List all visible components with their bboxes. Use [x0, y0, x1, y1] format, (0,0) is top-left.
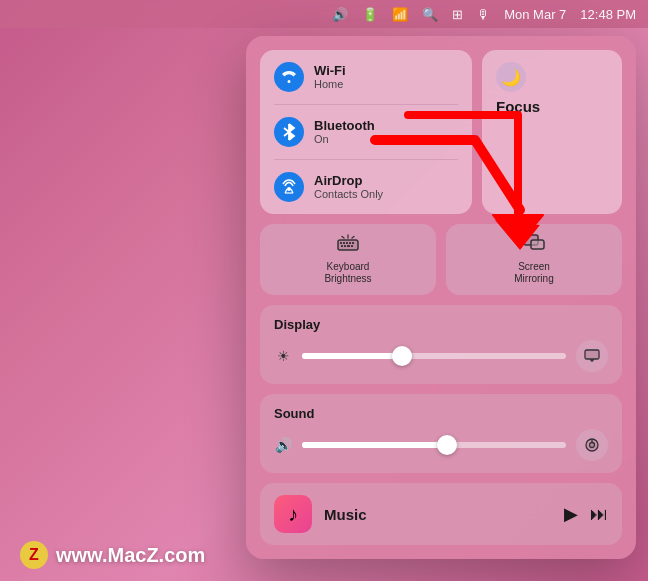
wifi-icon[interactable]: 📶 [392, 7, 408, 22]
volume-fill [302, 442, 447, 448]
volume-slider[interactable] [302, 435, 566, 455]
music-app-icon: ♪ [274, 495, 312, 533]
music-label: Music [324, 506, 552, 523]
svg-line-19 [352, 237, 354, 239]
airdrop-circle-icon [274, 172, 304, 202]
airdrop-status: Contacts Only [314, 188, 383, 201]
brightness-thumb[interactable] [392, 346, 412, 366]
brightness-icon: ☀ [274, 348, 292, 364]
display-title: Display [274, 317, 608, 332]
volume-thumb[interactable] [437, 435, 457, 455]
watermark-url: www.MacZ.com [56, 544, 205, 567]
screen-mirroring-icon [523, 234, 545, 257]
airdrop-name: AirDrop [314, 173, 383, 189]
airdrop-text: AirDrop Contacts Only [314, 173, 383, 202]
top-row: Wi-Fi Home Bluetooth [260, 50, 622, 214]
svg-rect-11 [349, 242, 351, 244]
divider-2 [274, 159, 458, 160]
sound-section: Sound 🔊 [260, 394, 622, 473]
keyboard-brightness-icon [337, 234, 359, 257]
bluetooth-text: Bluetooth On [314, 118, 375, 147]
svg-rect-21 [531, 240, 544, 249]
focus-icon-row: 🌙 [496, 62, 608, 92]
brightness-fill [302, 353, 402, 359]
menubar: 🔊 🔋 📶 🔍 ⊞ 🎙 Mon Mar 7 12:48 PM [0, 0, 648, 28]
wifi-status: Home [314, 78, 346, 91]
svg-rect-12 [352, 242, 354, 244]
bluetooth-status: On [314, 133, 375, 146]
focus-moon-icon: 🌙 [496, 62, 526, 92]
svg-rect-14 [344, 245, 346, 247]
siri-icon[interactable]: 🎙 [477, 7, 490, 22]
volume-track [302, 442, 566, 448]
wifi-item[interactable]: Wi-Fi Home [274, 62, 458, 92]
sound-slider-row: 🔊 [274, 429, 608, 461]
sound-title: Sound [274, 406, 608, 421]
volume-small-icon: 🔊 [274, 437, 292, 453]
svg-rect-9 [343, 242, 345, 244]
focus-tile[interactable]: 🌙 Focus [482, 50, 622, 214]
focus-label: Focus [496, 98, 608, 115]
svg-rect-8 [340, 242, 342, 244]
screen-mirroring-label: ScreenMirroring [514, 261, 553, 285]
play-button[interactable]: ▶ [564, 503, 578, 525]
skip-button[interactable]: ⏭ [590, 504, 608, 525]
volume-icon[interactable]: 🔊 [332, 7, 348, 22]
watermark: Z www.MacZ.com [20, 541, 205, 569]
music-section: ♪ Music ▶ ⏭ [260, 483, 622, 545]
divider-1 [274, 104, 458, 105]
search-icon[interactable]: 🔍 [422, 7, 438, 22]
svg-line-4 [285, 189, 287, 193]
svg-rect-16 [351, 245, 353, 247]
display-section: Display ☀ [260, 305, 622, 384]
music-controls: ▶ ⏭ [564, 503, 608, 525]
menubar-time: 12:48 PM [580, 7, 636, 22]
svg-rect-13 [341, 245, 343, 247]
screen-mirroring-tile[interactable]: ScreenMirroring [446, 224, 622, 295]
control-center: Wi-Fi Home Bluetooth [246, 36, 636, 559]
wifi-circle-icon [274, 62, 304, 92]
battery-icon[interactable]: 🔋 [362, 7, 378, 22]
svg-rect-22 [585, 350, 599, 359]
brightness-slider[interactable] [302, 346, 566, 366]
menubar-datetime: Mon Mar 7 [504, 7, 566, 22]
network-tile: Wi-Fi Home Bluetooth [260, 50, 472, 214]
svg-line-5 [291, 189, 293, 193]
svg-rect-10 [346, 242, 348, 244]
middle-row: KeyboardBrightness ScreenMirroring [260, 224, 622, 295]
bluetooth-name: Bluetooth [314, 118, 375, 134]
display-slider-row: ☀ [274, 340, 608, 372]
svg-line-18 [342, 237, 344, 239]
svg-rect-15 [347, 245, 350, 247]
bluetooth-item[interactable]: Bluetooth On [274, 117, 458, 147]
display-action-btn[interactable] [576, 340, 608, 372]
bluetooth-circle-icon [274, 117, 304, 147]
wifi-name: Wi-Fi [314, 63, 346, 79]
keyboard-brightness-tile[interactable]: KeyboardBrightness [260, 224, 436, 295]
brightness-track [302, 353, 566, 359]
keyboard-brightness-label: KeyboardBrightness [324, 261, 371, 285]
airplay-btn[interactable] [576, 429, 608, 461]
wifi-text: Wi-Fi Home [314, 63, 346, 92]
svg-point-3 [287, 187, 291, 191]
airdrop-item[interactable]: AirDrop Contacts Only [274, 172, 458, 202]
watermark-z-icon: Z [20, 541, 48, 569]
controls-icon[interactable]: ⊞ [452, 7, 463, 22]
svg-point-26 [590, 443, 595, 448]
